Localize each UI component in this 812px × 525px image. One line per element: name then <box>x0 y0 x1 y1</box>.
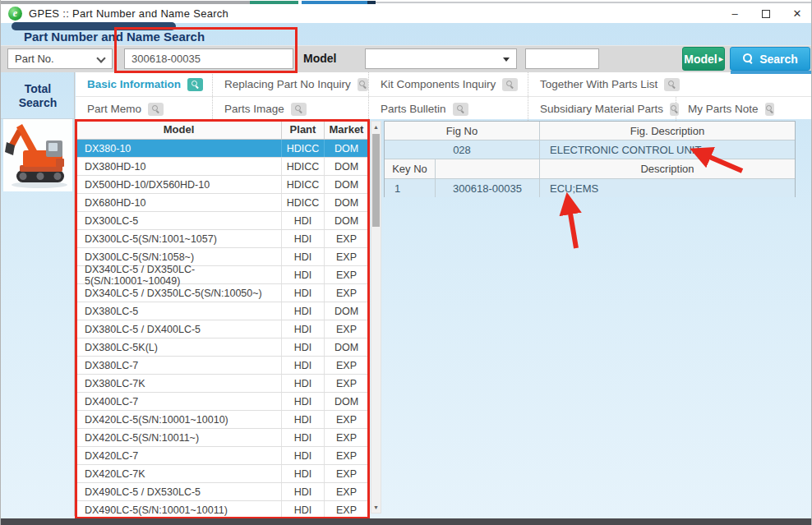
model-select[interactable] <box>365 48 517 69</box>
close-button[interactable]: ✕ <box>782 4 812 23</box>
market-cell: DOM <box>325 140 368 157</box>
tab-together-with-parts-list[interactable]: Together With Parts List <box>528 72 812 96</box>
model-table: Model Plant Market DX380-10HDICCDOMDX380… <box>76 119 369 519</box>
model-cell: DX380LC-7K <box>76 375 282 392</box>
part-no-input[interactable] <box>124 48 293 69</box>
scrollbar-thumb[interactable] <box>372 134 380 227</box>
model-cell: DX380LC-5K(L) <box>76 338 282 356</box>
table-row[interactable]: DX400LC-7HDIDOM <box>76 393 368 411</box>
model-button[interactable]: Model <box>682 47 725 71</box>
market-cell: DOM <box>325 338 368 356</box>
model-cell: DX420LC-7 <box>76 447 282 464</box>
market-cell: EXP <box>325 501 368 518</box>
market-cell: DOM <box>325 176 368 193</box>
tab-replacing-part-no-inquiry[interactable]: Replacing Part No Inquiry <box>213 72 369 96</box>
plant-cell: HDI <box>282 501 325 518</box>
tab-my-parts-note[interactable]: My Parts Note <box>676 97 769 121</box>
taskbar-edge <box>1 518 812 525</box>
tab-parts-image[interactable]: Parts Image <box>213 97 369 121</box>
gpes-logo-icon: e <box>8 7 22 21</box>
table-row[interactable]: DX490LC-5 / DX530LC-5HDIEXP <box>76 483 368 501</box>
tab-label: Kit Components Inquiry <box>381 78 496 90</box>
magnifier-badge-icon <box>291 103 307 116</box>
tab-label: My Parts Note <box>688 103 759 115</box>
column-header-plant[interactable]: Plant <box>282 120 325 139</box>
model-extra-input[interactable] <box>525 48 599 69</box>
detail-panel: Fig No Fig. Description 028 ELECTRONIC C… <box>384 121 796 197</box>
model-cell: DX380LC-5 / DX400LC-5 <box>76 320 282 338</box>
market-cell: EXP <box>325 447 368 464</box>
description-value: ECU;EMS <box>540 179 795 197</box>
table-row[interactable]: DX500HD-10/DX560HD-10HDICCDOM <box>76 176 368 194</box>
market-cell: DOM <box>325 212 368 229</box>
column-header-market[interactable]: Market <box>325 120 368 139</box>
table-row[interactable]: DX380LC-7HDIEXP <box>76 357 368 375</box>
table-row[interactable]: DX490LC-5(S/N:10001~10011)HDIEXP <box>76 501 368 519</box>
sidebar: Total Search <box>1 72 75 516</box>
scroll-down-icon[interactable]: ▼ <box>371 504 381 510</box>
model-cell: DX380HD-10 <box>76 158 282 175</box>
plant-cell: HDICC <box>282 194 325 211</box>
table-row[interactable]: DX340LC-5 / DX350LC-5(S/N:10050~)HDIEXP <box>76 284 368 302</box>
sidebar-item-total-search[interactable]: Total Search <box>1 82 75 110</box>
model-cell: DX490LC-5 / DX530LC-5 <box>76 483 282 500</box>
magnifier-badge-icon <box>664 78 680 91</box>
top-strip-right-line <box>376 2 812 3</box>
market-cell: EXP <box>325 230 368 247</box>
tab-parts-bulletin[interactable]: Parts Bulletin <box>369 97 528 121</box>
search-button[interactable]: Search <box>730 47 810 71</box>
plant-cell: HDI <box>282 230 325 247</box>
titlebar: e GPES :: Part Number and Name Search – … <box>1 4 812 23</box>
tab-label: Replacing Part No Inquiry <box>224 78 351 90</box>
tab-row-1: Basic InformationReplacing Part No Inqui… <box>76 72 812 96</box>
model-table-header: Model Plant Market <box>76 120 368 140</box>
result-row[interactable]: 1 300618-00035 ECU;EMS <box>385 179 795 197</box>
magnifier-badge-icon <box>765 103 774 116</box>
table-row[interactable]: DX380LC-7KHDIEXP <box>76 375 368 393</box>
tab-part-memo[interactable]: Part Memo <box>76 97 213 121</box>
model-cell: DX420LC-5(S/N:10011~) <box>76 429 282 446</box>
table-row[interactable]: DX680HD-10HDICCDOM <box>76 194 368 212</box>
column-header-model[interactable]: Model <box>76 120 282 139</box>
table-row[interactable]: DX380LC-5K(L)HDIDOM <box>76 338 368 357</box>
model-cell: DX420LC-5(S/N:10001~10010) <box>76 411 282 428</box>
maximize-button[interactable] <box>750 4 782 23</box>
market-cell: EXP <box>325 357 368 374</box>
table-row[interactable]: DX380LC-5 / DX400LC-5HDIEXP <box>76 320 368 338</box>
market-cell: EXP <box>325 465 368 482</box>
tab-kit-components-inquiry[interactable]: Kit Components Inquiry <box>369 72 528 96</box>
key-no-value: 1 <box>385 179 436 197</box>
table-row[interactable]: DX380HD-10HDICCDOM <box>76 158 368 176</box>
tab-basic-information[interactable]: Basic Information <box>76 72 213 96</box>
table-row[interactable]: DX300LC-5HDIDOM <box>76 212 368 230</box>
table-row[interactable]: DX420LC-5(S/N:10001~10010)HDIEXP <box>76 411 368 429</box>
market-cell: EXP <box>325 483 368 500</box>
table-row[interactable]: DX300LC-5(S/N:1001~1057)HDIEXP <box>76 230 368 248</box>
magnifier-badge-icon <box>358 78 368 91</box>
tab-label: Basic Information <box>87 78 181 90</box>
table-row[interactable]: DX420LC-5(S/N:10011~)HDIEXP <box>76 429 368 447</box>
fig-row[interactable]: 028 ELECTRONIC CONTROL UNIT <box>385 140 795 159</box>
market-cell: DOM <box>325 393 368 410</box>
model-button-label: Model <box>684 53 717 66</box>
table-row[interactable]: DX380-10HDICCDOM <box>76 140 368 158</box>
minimize-button[interactable]: – <box>719 4 750 23</box>
magnifier-badge-icon <box>148 103 164 116</box>
model-table-scrollbar[interactable]: ▲ ▼ <box>371 121 381 513</box>
window-controls: – ✕ <box>719 4 812 23</box>
tab-subsidiary-material-parts[interactable]: Subsidiary Material Parts <box>528 97 676 121</box>
window-title: GPES :: Part Number and Name Search <box>29 7 228 20</box>
market-cell: EXP <box>325 248 368 265</box>
table-row[interactable]: DX380LC-5HDIDOM <box>76 302 368 320</box>
scroll-up-icon[interactable]: ▲ <box>371 124 381 130</box>
excavator-image <box>3 119 72 191</box>
search-field-selector[interactable]: Part No. <box>7 48 113 69</box>
table-row[interactable]: DX420LC-7KHDIEXP <box>76 465 368 483</box>
model-cell: DX400LC-7 <box>76 393 282 410</box>
tab-label: Parts Bulletin <box>381 103 446 115</box>
table-row[interactable]: DX420LC-7HDIEXP <box>76 447 368 465</box>
table-row[interactable]: DX340LC-5 / DX350LC-5(S/N:10001~10049)HD… <box>76 266 368 284</box>
tabs-top-right-accent <box>731 71 812 74</box>
fig-no-value: 028 <box>385 140 540 159</box>
chevron-down-icon <box>96 53 105 62</box>
